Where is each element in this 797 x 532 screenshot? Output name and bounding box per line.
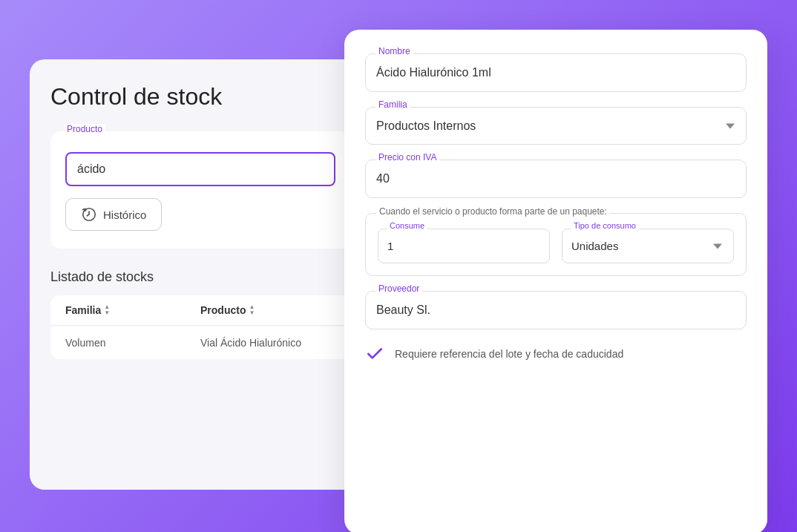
producto-cell: Vial Ácido Hialurónico bbox=[200, 337, 335, 349]
tipo-label: Tipo de consumo bbox=[571, 221, 639, 230]
familia-field: Familia Productos Internos bbox=[365, 107, 747, 145]
producto-label: Producto bbox=[64, 124, 105, 134]
search-section: Producto Histórico bbox=[50, 131, 350, 249]
proveedor-input[interactable] bbox=[365, 291, 747, 329]
list-section-title: Listado de stocks bbox=[50, 269, 350, 285]
familia-label: Familia bbox=[375, 99, 410, 110]
stocks-table: Familia ▲▼ Producto ▲▼ Volumen Vial Ácid… bbox=[50, 295, 350, 359]
tipo-field: Tipo de consumo Unidades bbox=[562, 229, 734, 263]
page-title: Control de stock bbox=[50, 83, 350, 111]
proveedor-label: Proveedor bbox=[375, 283, 422, 294]
consume-field: Consume bbox=[378, 229, 550, 263]
precio-field: Precio con IVA bbox=[365, 160, 747, 198]
checkmark-icon bbox=[365, 344, 384, 364]
nombre-field: Nombre bbox=[365, 53, 747, 92]
familia-sort-icon[interactable]: ▲▼ bbox=[104, 304, 110, 316]
familia-select[interactable]: Productos Internos bbox=[365, 107, 747, 145]
precio-input[interactable] bbox=[365, 160, 747, 198]
nombre-input[interactable] bbox=[365, 53, 747, 92]
producto-sort-icon[interactable]: ▲▼ bbox=[249, 304, 255, 316]
proveedor-field: Proveedor bbox=[365, 291, 747, 329]
search-input[interactable] bbox=[65, 152, 335, 186]
left-panel: Control de stock Producto Histórico List… bbox=[30, 59, 371, 490]
table-row[interactable]: Volumen Vial Ácido Hialurónico bbox=[50, 326, 350, 359]
tipo-select[interactable]: Unidades bbox=[562, 229, 734, 263]
tipo-select-wrapper: Unidades bbox=[562, 229, 734, 263]
nombre-label: Nombre bbox=[375, 46, 413, 56]
consume-input[interactable] bbox=[378, 229, 550, 263]
lote-label: Requiere referencia del lote y fecha de … bbox=[395, 348, 623, 360]
familia-header: Familia ▲▼ bbox=[65, 304, 200, 316]
lote-checkbox-row[interactable]: Requiere referencia del lote y fecha de … bbox=[365, 344, 747, 364]
producto-header: Producto ▲▼ bbox=[200, 304, 335, 316]
package-fields: Consume Tipo de consumo Unidades bbox=[378, 229, 734, 263]
right-panel: Nombre Familia Productos Internos Precio… bbox=[344, 30, 767, 532]
table-header: Familia ▲▼ Producto ▲▼ bbox=[50, 295, 350, 326]
precio-label: Precio con IVA bbox=[375, 152, 439, 162]
package-label: Cuando el servicio o producto forma part… bbox=[376, 206, 610, 217]
historico-label: Histórico bbox=[103, 208, 146, 221]
familia-cell: Volumen bbox=[65, 337, 200, 349]
clock-icon bbox=[81, 206, 97, 223]
package-section: Cuando el servicio o producto forma part… bbox=[365, 213, 747, 276]
historico-button[interactable]: Histórico bbox=[65, 198, 162, 231]
main-container: Control de stock Producto Histórico List… bbox=[15, 15, 782, 532]
familia-select-wrapper: Productos Internos bbox=[365, 107, 747, 145]
consume-label: Consume bbox=[387, 221, 427, 230]
